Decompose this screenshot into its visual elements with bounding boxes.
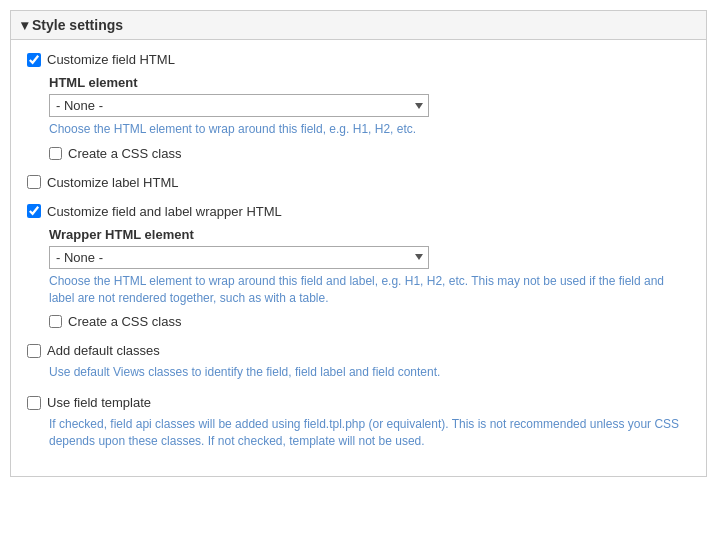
- customize-field-html-content: HTML element - None - Choose the HTML el…: [49, 75, 690, 161]
- html-element-hint: Choose the HTML element to wrap around t…: [49, 121, 690, 138]
- use-field-template-label: Use field template: [47, 395, 151, 410]
- customize-wrapper-label: Customize field and label wrapper HTML: [47, 204, 282, 219]
- use-field-template-section: Use field template If checked, field api…: [27, 395, 690, 450]
- wrapper-element-select[interactable]: - None -: [49, 246, 429, 269]
- panel-title: Style settings: [32, 17, 123, 33]
- field-css-class-checkbox[interactable]: [49, 147, 62, 160]
- customize-wrapper-section: Customize field and label wrapper HTML W…: [27, 204, 690, 330]
- add-default-classes-label: Add default classes: [47, 343, 160, 358]
- use-field-template-checkbox[interactable]: [27, 396, 41, 410]
- add-default-classes-section: Add default classes Use default Views cl…: [27, 343, 690, 381]
- customize-field-html-row: Customize field HTML: [27, 52, 690, 67]
- customize-label-html-label: Customize label HTML: [47, 175, 179, 190]
- customize-wrapper-checkbox[interactable]: [27, 204, 41, 218]
- add-default-classes-row: Add default classes: [27, 343, 690, 358]
- field-css-class-row: Create a CSS class: [49, 146, 690, 161]
- customize-wrapper-content: Wrapper HTML element - None - Choose the…: [49, 227, 690, 330]
- html-element-label: HTML element: [49, 75, 690, 90]
- wrapper-css-class-row: Create a CSS class: [49, 314, 690, 329]
- panel-body: Customize field HTML HTML element - None…: [11, 40, 706, 476]
- wrapper-element-hint: Choose the HTML element to wrap around t…: [49, 273, 690, 307]
- customize-label-html-row: Customize label HTML: [27, 175, 690, 190]
- style-settings-panel: ▾ Style settings Customize field HTML HT…: [10, 10, 707, 477]
- customize-wrapper-row: Customize field and label wrapper HTML: [27, 204, 690, 219]
- customize-field-html-label: Customize field HTML: [47, 52, 175, 67]
- wrapper-element-label: Wrapper HTML element: [49, 227, 690, 242]
- field-css-class-label: Create a CSS class: [68, 146, 181, 161]
- panel-header: ▾ Style settings: [11, 11, 706, 40]
- wrapper-element-select-wrapper: - None -: [49, 246, 429, 269]
- add-default-classes-hint: Use default Views classes to identify th…: [49, 364, 690, 381]
- wrapper-css-class-checkbox[interactable]: [49, 315, 62, 328]
- html-element-select-wrapper: - None -: [49, 94, 429, 117]
- add-default-classes-checkbox[interactable]: [27, 344, 41, 358]
- html-element-select[interactable]: - None -: [49, 94, 429, 117]
- use-field-template-hint: If checked, field api classes will be ad…: [49, 416, 690, 450]
- customize-label-html-checkbox[interactable]: [27, 175, 41, 189]
- wrapper-css-class-label: Create a CSS class: [68, 314, 181, 329]
- customize-field-html-checkbox[interactable]: [27, 53, 41, 67]
- customize-field-html-section: Customize field HTML HTML element - None…: [27, 52, 690, 161]
- use-field-template-row: Use field template: [27, 395, 690, 410]
- collapse-arrow-icon[interactable]: ▾: [21, 17, 28, 33]
- customize-label-html-section: Customize label HTML: [27, 175, 690, 190]
